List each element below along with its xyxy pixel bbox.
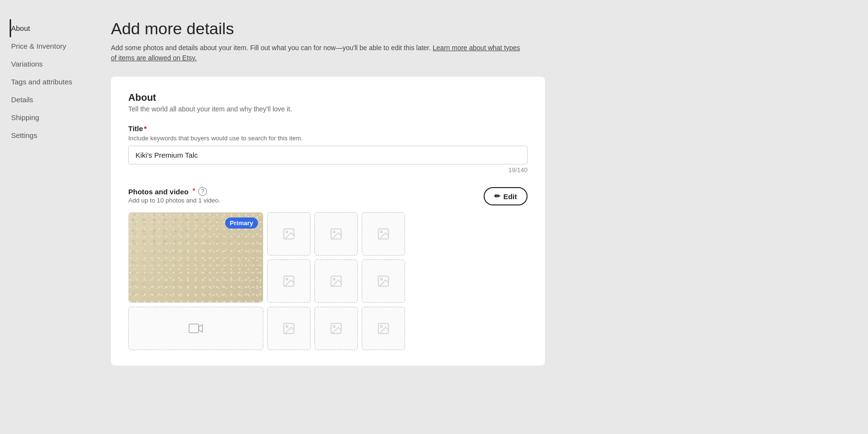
sidebar: About Price & Inventory Variations Tags … xyxy=(0,0,92,434)
photo-slot-8[interactable] xyxy=(267,307,311,350)
sidebar-item-details[interactable]: Details xyxy=(10,91,92,108)
image-placeholder-icon xyxy=(329,227,343,241)
sidebar-item-shipping[interactable]: Shipping xyxy=(10,108,92,126)
title-field-label: Title* xyxy=(128,124,528,133)
sidebar-item-price-inventory[interactable]: Price & Inventory xyxy=(10,37,92,55)
page-subtitle: Add some photos and details about your i… xyxy=(111,43,526,63)
svg-point-7 xyxy=(286,278,288,280)
about-section-desc: Tell the world all about your item and w… xyxy=(128,105,528,113)
sidebar-item-variations[interactable]: Variations xyxy=(10,55,92,73)
photos-label: Photos and video xyxy=(128,188,189,196)
svg-point-3 xyxy=(333,231,335,233)
image-placeholder-icon xyxy=(282,322,296,335)
image-placeholder-icon xyxy=(329,322,343,335)
char-count: 19/140 xyxy=(128,166,528,174)
photos-hint: Add up to 10 photos and 1 video. xyxy=(128,197,220,204)
primary-photo-slot[interactable]: Primary xyxy=(128,212,263,303)
svg-point-11 xyxy=(380,278,382,280)
svg-point-14 xyxy=(286,326,288,327)
pencil-icon: ✏ xyxy=(494,192,501,201)
svg-point-18 xyxy=(380,326,382,327)
photo-slot-6[interactable] xyxy=(314,259,358,303)
photo-slot-2[interactable] xyxy=(267,212,311,256)
about-card: About Tell the world all about your item… xyxy=(111,77,545,366)
sidebar-item-settings[interactable]: Settings xyxy=(10,126,92,144)
photos-label-group: Photos and video * ? Add up to 10 photos… xyxy=(128,187,220,204)
video-slot[interactable] xyxy=(128,307,263,350)
sidebar-item-about[interactable]: About xyxy=(10,19,92,37)
photos-label-row: Photos and video * ? xyxy=(128,187,220,196)
image-placeholder-icon xyxy=(377,274,390,288)
image-placeholder-icon xyxy=(377,322,390,335)
photo-grid: Primary xyxy=(128,212,528,350)
primary-badge: Primary xyxy=(225,217,258,229)
title-field-hint: Include keywords that buyers would use t… xyxy=(128,135,528,142)
page-title: Add more details xyxy=(111,19,844,38)
photos-required-indicator: * xyxy=(192,187,195,196)
svg-point-5 xyxy=(380,231,382,233)
title-input[interactable] xyxy=(128,146,528,164)
svg-point-16 xyxy=(333,326,335,327)
svg-point-9 xyxy=(333,278,335,280)
photo-slot-5[interactable] xyxy=(267,259,311,303)
svg-rect-12 xyxy=(189,324,199,333)
photo-slot-10[interactable] xyxy=(362,307,405,350)
photos-header: Photos and video * ? Add up to 10 photos… xyxy=(128,187,528,205)
main-content: Add more details Add some photos and det… xyxy=(92,0,868,434)
photo-slot-3[interactable] xyxy=(314,212,358,256)
image-placeholder-icon xyxy=(282,274,296,288)
required-indicator: * xyxy=(144,124,147,133)
sidebar-nav: About Price & Inventory Variations Tags … xyxy=(10,19,92,144)
sidebar-item-tags-attributes[interactable]: Tags and attributes xyxy=(10,73,92,91)
help-icon[interactable]: ? xyxy=(198,187,207,196)
image-placeholder-icon xyxy=(377,227,390,241)
about-section-title: About xyxy=(128,92,528,103)
photo-slot-9[interactable] xyxy=(314,307,358,350)
image-placeholder-icon xyxy=(282,227,296,241)
photo-slot-4[interactable] xyxy=(362,212,405,256)
video-icon-wrap xyxy=(189,323,203,334)
video-icon xyxy=(189,323,203,334)
photo-slot-7[interactable] xyxy=(362,259,405,303)
image-placeholder-icon xyxy=(329,274,343,288)
edit-button[interactable]: ✏ Edit xyxy=(484,187,528,205)
svg-point-1 xyxy=(286,231,288,233)
